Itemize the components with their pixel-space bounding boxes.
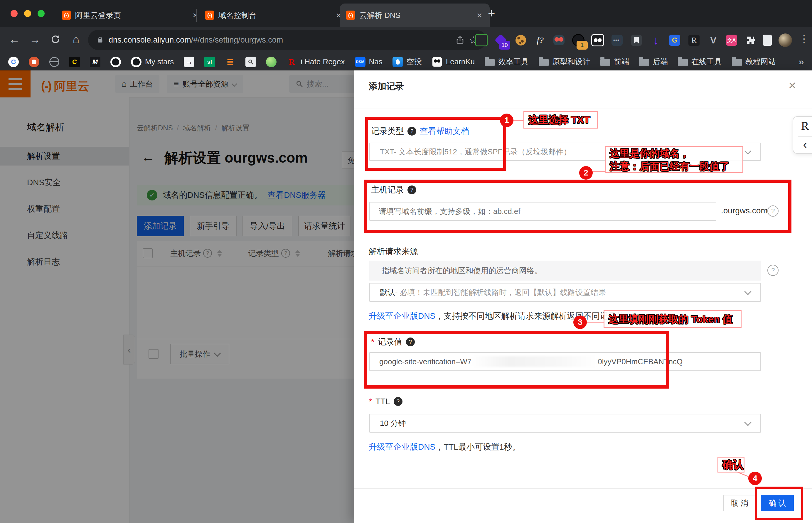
- reload-icon[interactable]: [48, 31, 64, 48]
- ext-g-icon[interactable]: G: [668, 34, 681, 47]
- window-minimize-button[interactable]: [24, 10, 31, 17]
- resolve-source-select[interactable]: 默认 - 必填！未匹配到智能解析线路时，返回【默认】线路设置结果: [369, 283, 761, 302]
- ext-down-arrow-icon[interactable]: ↓: [649, 34, 662, 47]
- upgrade-enterprise-dns-link[interactable]: 升级至企业版DNS: [369, 311, 435, 321]
- bookmark-m-site[interactable]: M: [90, 57, 101, 67]
- forward-icon[interactable]: →: [27, 31, 43, 48]
- bookmark-learnku[interactable]: LearnKu: [432, 57, 475, 67]
- bookmark-label: 教程网站: [745, 57, 776, 67]
- ext-screenshot-icon[interactable]: [475, 34, 488, 47]
- browser-menu-icon[interactable]: ⋮: [799, 33, 809, 44]
- ext-fquestion-icon[interactable]: f?: [534, 34, 547, 47]
- bookmark-folder-efficiency[interactable]: 效率工具: [485, 57, 529, 67]
- tab-close-icon[interactable]: ×: [475, 10, 484, 20]
- ext-tampermonkey-icon[interactable]: 10: [494, 34, 507, 47]
- bookmark-search-site[interactable]: [246, 57, 256, 67]
- bookmark-airdrop[interactable]: 空投: [393, 57, 422, 67]
- ext-puzzle-icon[interactable]: [744, 34, 757, 47]
- google-icon: G: [8, 57, 19, 67]
- ext-owl-icon[interactable]: [591, 34, 604, 47]
- chevron-down-icon: [744, 288, 751, 295]
- upgrade-desc: ，TTL最小可设置1秒。: [435, 442, 520, 451]
- annotation-step2-label: 这里是你的域名， 注意：后面已经有一段值了: [605, 146, 743, 173]
- new-tab-button[interactable]: +: [488, 6, 495, 20]
- widget-r-button[interactable]: R: [801, 119, 809, 133]
- back-icon[interactable]: ←: [6, 31, 22, 48]
- help-badge-icon[interactable]: ?: [408, 127, 416, 136]
- confirm-button[interactable]: 确 认: [761, 495, 794, 511]
- duckduckgo-icon: [29, 57, 39, 67]
- ttl-label: * TTL ?: [369, 397, 402, 406]
- ext-dark-circle-icon[interactable]: 1: [572, 34, 585, 47]
- bookmark-segmentfault[interactable]: sf: [204, 57, 215, 67]
- bookmark-folder-tutorials[interactable]: 教程网站: [732, 57, 776, 67]
- lock-icon: [96, 36, 104, 44]
- ttl-select[interactable]: 10 分钟: [369, 414, 761, 433]
- bookmark-label: 空投: [407, 57, 422, 67]
- tab-separator: [196, 9, 197, 22]
- bookmark-leaf-site[interactable]: [266, 57, 276, 67]
- upgrade-enterprise-dns-link[interactable]: 升级至企业版DNS: [369, 442, 435, 451]
- home-icon[interactable]: ⌂: [68, 31, 84, 48]
- folder-icon: [639, 59, 649, 66]
- aliyun-favicon: (-): [346, 11, 355, 20]
- profile-avatar[interactable]: [778, 34, 792, 47]
- bookmark-ihateregex[interactable]: R i Hate Regex: [287, 57, 345, 67]
- required-star: *: [371, 337, 374, 347]
- required-star: *: [369, 397, 372, 406]
- bookmark-c-site[interactable]: C: [69, 57, 80, 67]
- bookmark-nas[interactable]: DSM Nas: [355, 57, 382, 67]
- button-label: 确 认: [769, 498, 786, 508]
- modal-overlay[interactable]: [0, 70, 354, 523]
- ext-translate-icon[interactable]: 文A: [725, 34, 738, 47]
- address-bar[interactable]: dns.console.aliyun.com/#/dns/setting/our…: [88, 30, 486, 50]
- ext-dots-icon[interactable]: •••|: [611, 34, 624, 47]
- source-help-icon[interactable]: ?: [768, 265, 778, 276]
- bookmark-label: LearnKu: [446, 57, 475, 66]
- host-record-field[interactable]: [369, 202, 716, 221]
- tab-domain-console[interactable]: (-) 域名控制台 ×: [199, 3, 349, 27]
- bookmark-google[interactable]: G: [8, 57, 19, 67]
- bookmark-label: Nas: [369, 57, 382, 66]
- tab-dns-active[interactable]: (-) 云解析 DNS ×: [340, 3, 490, 27]
- tab-close-icon[interactable]: ×: [191, 10, 200, 20]
- bookmark-stackoverflow[interactable]: ≣: [225, 57, 235, 67]
- bookmark-globe[interactable]: [49, 57, 59, 67]
- annotation-connector: [592, 172, 605, 172]
- bookmark-duckduckgo[interactable]: [29, 57, 39, 67]
- ext-r-icon[interactable]: R: [687, 34, 701, 47]
- view-help-doc-link[interactable]: 查看帮助文档: [420, 126, 469, 137]
- field-label: TTL: [376, 397, 390, 406]
- dialog-close-icon[interactable]: ×: [789, 78, 796, 93]
- record-value-prefix: google-site-verification=W7: [379, 357, 471, 366]
- bookmarks-overflow-chevron[interactable]: »: [798, 56, 804, 67]
- record-value-input[interactable]: google-site-verification=W7 0lyyVP0HmCEB…: [369, 352, 761, 371]
- help-badge-icon[interactable]: ?: [408, 185, 416, 194]
- help-badge-icon[interactable]: ?: [394, 397, 402, 406]
- ext-v-icon[interactable]: V: [707, 34, 720, 47]
- bookmark-github[interactable]: [110, 57, 121, 67]
- sidebar-toggle-icon[interactable]: [761, 34, 774, 47]
- bookmark-folder-prototype[interactable]: 原型和设计: [539, 57, 590, 67]
- bookmark-e-app[interactable]: →: [184, 57, 194, 67]
- cancel-button[interactable]: 取 消: [723, 495, 756, 511]
- host-record-input[interactable]: [369, 202, 716, 221]
- window-close-button[interactable]: [11, 10, 18, 17]
- step-circle-2: 2: [579, 166, 593, 180]
- step-circle-3: 3: [573, 315, 587, 329]
- window-zoom-button[interactable]: [38, 10, 44, 17]
- bookmark-folder-online-tools[interactable]: 在线工具: [678, 57, 722, 67]
- bookmark-folder-frontend[interactable]: 前端: [600, 57, 629, 67]
- ext-robot-icon[interactable]: [553, 34, 565, 47]
- ext-cookie-icon[interactable]: [514, 34, 527, 47]
- dialog-header-divider: [354, 109, 812, 109]
- ext-bookmark-manager-icon[interactable]: [630, 34, 643, 47]
- help-badge-icon[interactable]: ?: [406, 338, 415, 346]
- share-icon[interactable]: [456, 36, 465, 44]
- tab-aliyun-login[interactable]: (-) 阿里云登录页 ×: [56, 3, 205, 27]
- bookmark-github-stars[interactable]: My stars: [131, 57, 174, 67]
- widget-collapse-chevron[interactable]: ‹: [803, 139, 807, 151]
- aliyun-favicon: (-): [62, 11, 71, 20]
- host-help-icon[interactable]: ?: [768, 205, 778, 217]
- bookmark-folder-backend[interactable]: 后端: [639, 57, 668, 67]
